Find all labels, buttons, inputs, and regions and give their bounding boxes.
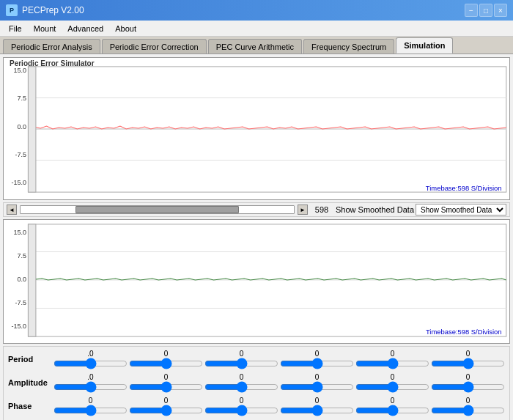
period-range-3[interactable]	[280, 358, 354, 369]
window-controls: − □ ×	[465, 4, 507, 17]
main-content: Periodic Error Simulator 15.0 7.5 0.0 -7…	[0, 54, 513, 420]
menu-file[interactable]: File	[3, 23, 28, 34]
controls-section: Period .0 0 0 0	[3, 346, 510, 420]
top-chart-svg: Timebase:598 S/Division	[4, 58, 509, 199]
svg-text:Timebase:598 S/Division: Timebase:598 S/Division	[426, 185, 502, 192]
tab-periodic-error-correction[interactable]: Periodic Error Correction	[102, 39, 207, 54]
amplitude-slider-3: 0	[280, 373, 354, 392]
phase-slider-5: 0	[431, 397, 505, 416]
tab-periodic-error-analysis[interactable]: Periodic Error Analysis	[3, 39, 100, 54]
show-smoothed-label: Show Smoothed Data	[336, 205, 414, 214]
title-bar: P PECPrep V2.00 − □ ×	[0, 0, 513, 21]
phase-range-0[interactable]	[53, 405, 128, 416]
phase-slider-1: 0	[129, 397, 203, 416]
period-range-1[interactable]	[129, 358, 203, 369]
period-slider-0: .0	[53, 350, 128, 369]
show-smoothed-dropdown[interactable]: Show Smoothed Data Show Raw Data	[416, 204, 506, 215]
amplitude-slider-0: .0	[53, 373, 128, 392]
amplitude-range-5[interactable]	[431, 382, 505, 392]
show-smoothed-group: Show Smoothed Data Show Smoothed Data Sh…	[336, 204, 506, 215]
phase-range-5[interactable]	[431, 405, 505, 416]
period-row: Period .0 0 0 0	[8, 349, 505, 369]
title-text: PECPrep V2.00	[22, 5, 84, 15]
phase-slider-3: 0	[280, 397, 354, 416]
scroll-left-button[interactable]: ◄	[7, 205, 17, 215]
period-slider-4: 0	[355, 350, 429, 369]
svg-rect-11	[28, 224, 35, 336]
amplitude-slider-2: 0	[204, 373, 278, 392]
tabs-bar: Periodic Error Analysis Periodic Error C…	[0, 37, 513, 54]
phase-range-3[interactable]	[280, 405, 354, 416]
amplitude-slider-5: 0	[431, 373, 505, 392]
bottom-chart-section: 15.0 7.5 0.0 -7.5 -15.0 Timebase:598 S/D…	[3, 219, 510, 344]
top-chart-section: Periodic Error Simulator 15.0 7.5 0.0 -7…	[3, 57, 510, 200]
amplitude-range-2[interactable]	[204, 382, 278, 392]
phase-slider-4: 0	[355, 397, 429, 416]
section-label: Periodic Error Simulator	[10, 59, 95, 67]
amplitude-range-4[interactable]	[355, 382, 429, 392]
close-button[interactable]: ×	[494, 4, 507, 17]
phase-range-4[interactable]	[355, 405, 429, 416]
phase-range-2[interactable]	[204, 405, 278, 416]
amplitude-range-0[interactable]	[53, 382, 128, 392]
scrollbar-thumb[interactable]	[75, 206, 240, 213]
phase-label: Phase	[8, 402, 53, 410]
phase-row: Phase 0 0 0 0 0	[8, 396, 505, 416]
period-slider-1: 0	[129, 350, 203, 369]
maximize-button[interactable]: □	[479, 4, 492, 17]
phase-range-1[interactable]	[129, 405, 203, 416]
period-range-2[interactable]	[204, 358, 278, 369]
period-sliders: .0 0 0 0 0	[53, 350, 505, 369]
menu-about[interactable]: About	[109, 23, 142, 34]
phase-sliders: 0 0 0 0 0	[53, 397, 505, 416]
scrollbar-track[interactable]	[20, 205, 295, 214]
menu-mount[interactable]: Mount	[28, 23, 62, 34]
period-slider-2: 0	[204, 350, 278, 369]
app-icon: P	[6, 4, 18, 16]
menu-advanced[interactable]: Advanced	[62, 23, 109, 34]
scrollbar-row: ◄ ► 598 Show Smoothed Data Show Smoothed…	[3, 202, 510, 217]
tab-pec-curve-arithmetic[interactable]: PEC Curve Arithmetic	[208, 39, 302, 54]
phase-slider-0: 0	[53, 397, 128, 416]
amplitude-range-1[interactable]	[129, 382, 203, 392]
amplitude-slider-4: 0	[355, 373, 429, 392]
minimize-button[interactable]: −	[465, 4, 478, 17]
period-slider-3: 0	[280, 350, 354, 369]
amplitude-range-3[interactable]	[280, 382, 354, 392]
bottom-chart-svg: Timebase:598 S/Division	[4, 220, 509, 343]
period-slider-5: 0	[431, 350, 505, 369]
amplitude-row: Amplitude .0 0 0 0	[8, 372, 505, 393]
menu-bar: File Mount Advanced About	[0, 21, 513, 37]
svg-text:Timebase:598 S/Division: Timebase:598 S/Division	[426, 328, 502, 336]
amplitude-label: Amplitude	[8, 378, 53, 387]
phase-slider-2: 0	[204, 397, 278, 416]
amplitude-sliders: .0 0 0 0 0	[53, 373, 505, 392]
tab-frequency-spectrum[interactable]: Frequency Spectrum	[303, 39, 394, 54]
period-range-4[interactable]	[355, 358, 429, 369]
period-range-5[interactable]	[431, 358, 505, 369]
period-label: Period	[8, 355, 53, 364]
scroll-right-button[interactable]: ►	[298, 205, 308, 215]
svg-rect-5	[28, 67, 35, 192]
tab-simulation[interactable]: Simulation	[396, 37, 453, 54]
period-range-0[interactable]	[53, 358, 128, 369]
scroll-value: 598	[311, 205, 333, 214]
amplitude-slider-1: 0	[129, 373, 203, 392]
